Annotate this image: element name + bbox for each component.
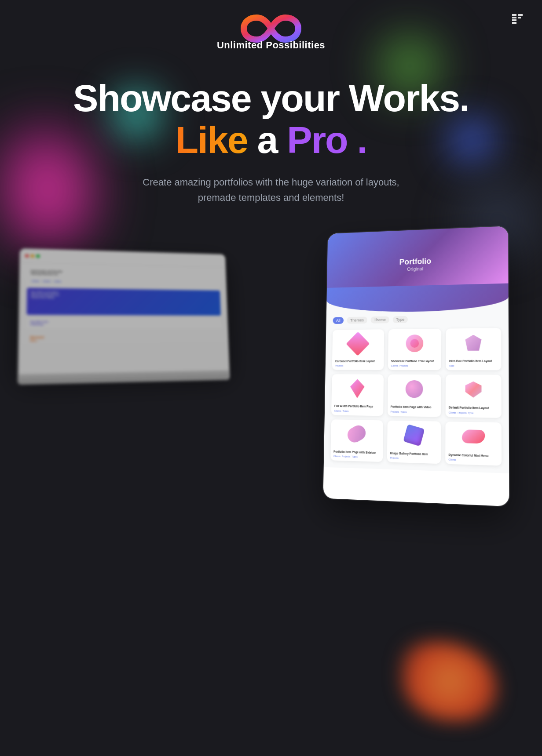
filter-all[interactable]: All (333, 317, 344, 324)
card-info-3: Intro Box Portfolio Item Layout Type (446, 357, 501, 370)
portfolio-card-1: Carousel Portfolio Item Layout Projects (332, 329, 384, 370)
portfolio-card-3: Intro Box Portfolio Item Layout Type (446, 328, 501, 371)
card-img-8 (387, 420, 441, 451)
card-tags-7: Clients Projects Types (333, 454, 380, 458)
card-info-2: Showcase Portfolio Item Layout Clients P… (388, 357, 442, 370)
card-title-4: Full Width Portfolio Item Page (334, 404, 380, 409)
card-title-7: Portfolio Item Page with Sidebar (333, 450, 380, 454)
card-img-9 (446, 421, 502, 452)
portfolio-card-5: Portfolio Item Page with Video Projects … (388, 374, 442, 417)
card-title-2: Showcase Portfolio Item Layout (391, 360, 439, 363)
card-img-2 (388, 328, 442, 357)
card-info-6: Default Portfolio Item Layout Clients Pr… (446, 403, 502, 418)
hero-title-dot: . (357, 119, 367, 161)
shape-shield-6 (465, 381, 481, 397)
tablet-body: All Themes Theme Type Carousel Portfolio… (324, 296, 509, 473)
tablet-subtitle: Original (407, 265, 423, 271)
card-tags-8: Projects (390, 456, 438, 460)
card-img-7 (331, 419, 383, 449)
hero-section: Showcase your Works. Like a Pro . Create… (0, 51, 542, 223)
card-title-8: Image Gallery Portfolio Item (390, 451, 438, 457)
shape-donut-2 (406, 334, 423, 352)
shape-sphere-5 (406, 380, 423, 398)
laptop-screen: Build Portfolio with Beautiful Stunning … (18, 248, 230, 375)
shape-tube-7 (345, 423, 368, 445)
filter-theme[interactable]: Theme (370, 316, 389, 323)
shape-wave-9 (461, 429, 486, 443)
tablet-mockup: Portfolio Original All Themes Theme Type… (323, 226, 509, 506)
bg-blob-orange (401, 642, 498, 721)
laptop-mockup: Build Portfolio with Beautiful Stunning … (17, 248, 231, 403)
card-info-9: Dynamic Colorful Mini Menu Clients (446, 451, 502, 465)
tablet-header: Portfolio Original (327, 226, 509, 300)
hero-title-pro: Pro (287, 119, 347, 161)
card-title-1: Carousel Portfolio Item Layout (335, 360, 381, 363)
portfolio-card-6: Default Portfolio Item Layout Clients Pr… (446, 374, 502, 418)
card-title-6: Default Portfolio Item Layout (449, 406, 498, 410)
filter-themes[interactable]: Themes (347, 316, 367, 323)
card-img-5 (388, 374, 441, 403)
logo-title: Unlimited Possibilities (217, 40, 325, 51)
card-info-8: Image Gallery Portfolio Item Projects (387, 449, 441, 464)
tablet-filter-row: All Themes Theme Type (333, 314, 501, 323)
card-tags-5: Projects Types (390, 410, 438, 414)
card-tags-3: Type (449, 364, 498, 367)
card-info-1: Carousel Portfolio Item Layout Projects (332, 357, 384, 370)
portfolio-card-2: Showcase Portfolio Item Layout Clients P… (388, 328, 442, 370)
card-tags-9: Clients (449, 458, 498, 462)
shape-diamond-1 (346, 331, 370, 356)
hero-title-a: a (257, 119, 287, 161)
card-title-5: Portfolio Item Page with Video (391, 405, 438, 410)
card-info-4: Full Width Portfolio Item Page Clients T… (331, 402, 383, 416)
card-tags-1: Projects (335, 364, 381, 367)
card-img-3 (446, 328, 501, 357)
hero-title-line2: Like a Pro . (44, 119, 498, 161)
portfolio-card-4: Full Width Portfolio Item Page Clients T… (331, 374, 384, 415)
card-img-1 (332, 329, 384, 357)
tablet-title: Portfolio (399, 256, 432, 266)
shape-diamond2-4 (350, 379, 365, 398)
card-img-6 (446, 374, 502, 404)
card-tags-2: Clients Projects (391, 364, 439, 367)
portfolio-card-9: Dynamic Colorful Mini Menu Clients (446, 421, 502, 465)
portfolio-card-8: Image Gallery Portfolio Item Projects (387, 420, 441, 464)
card-tags-6: Clients Projects Type (449, 411, 498, 414)
card-img-4 (331, 374, 383, 403)
card-info-5: Portfolio Item Page with Video Projects … (388, 403, 441, 417)
shape-gem-3 (465, 334, 481, 351)
filter-type[interactable]: Type (392, 316, 408, 323)
shape-cube-8 (403, 424, 425, 446)
card-title-3: Intro Box Portfolio Item Layout (449, 359, 498, 363)
hero-subtitle: Create amazing portfolios with the huge … (139, 174, 403, 205)
mockup-section: Build Portfolio with Beautiful Stunning … (0, 223, 542, 619)
card-tags-4: Clients Types (334, 409, 380, 413)
hero-title-line1: Showcase your Works. (44, 77, 498, 119)
portfolio-card-7: Portfolio Item Page with Sidebar Clients… (330, 419, 383, 462)
hero-title-like: Like (176, 119, 248, 161)
card-title-9: Dynamic Colorful Mini Menu (449, 453, 498, 458)
card-info-7: Portfolio Item Page with Sidebar Clients… (330, 447, 383, 462)
portfolio-grid: Carousel Portfolio Item Layout Projects … (330, 328, 502, 466)
header: Unlimited Possibilities (0, 0, 542, 51)
